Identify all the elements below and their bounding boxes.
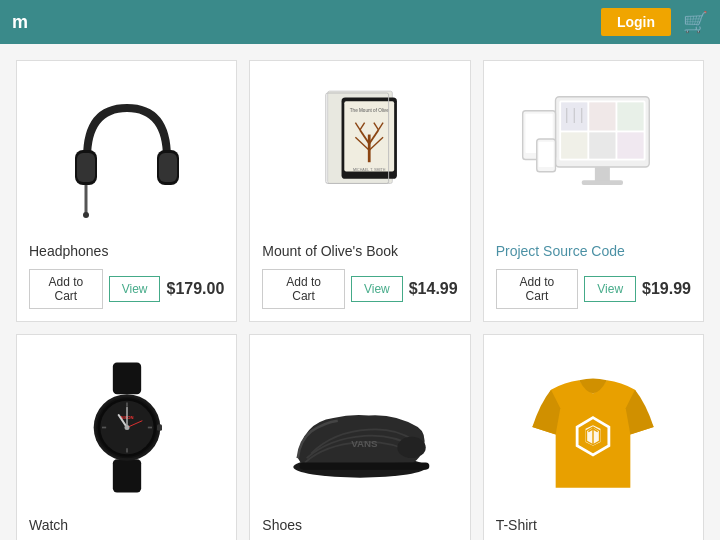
products-grid: Headphones Add to Cart View $179.00	[0, 44, 720, 540]
header-right: Login 🛒	[601, 8, 708, 36]
svg-rect-29	[590, 132, 616, 158]
svg-rect-24	[582, 180, 623, 185]
add-to-cart-button-book[interactable]: Add to Cart	[262, 269, 345, 309]
product-card-tshirt: T-Shirt Add to Cart View $25.99	[483, 334, 704, 540]
product-image-book: The Mount of Olive MICHAEL T. SMITH	[262, 73, 457, 233]
svg-rect-57	[300, 463, 430, 470]
product-name-watch: Watch	[29, 517, 68, 533]
svg-point-5	[83, 212, 89, 218]
svg-rect-2	[77, 153, 95, 182]
price-book: $14.99	[409, 280, 458, 298]
svg-text:VANS: VANS	[351, 438, 378, 449]
price-source-code: $19.99	[642, 280, 691, 298]
product-actions-headphones: Add to Cart View $179.00	[29, 269, 224, 309]
svg-text:MICHAEL T. SMITH: MICHAEL T. SMITH	[353, 168, 386, 172]
product-card-book: The Mount of Olive MICHAEL T. SMITH Moun…	[249, 60, 470, 322]
svg-rect-27	[618, 102, 644, 130]
header: m Login 🛒	[0, 0, 720, 44]
product-card-headphones: Headphones Add to Cart View $179.00	[16, 60, 237, 322]
svg-rect-30	[618, 132, 644, 158]
product-name-tshirt: T-Shirt	[496, 517, 537, 533]
svg-rect-28	[561, 132, 587, 158]
product-name-headphones: Headphones	[29, 243, 108, 259]
cart-icon[interactable]: 🛒	[683, 10, 708, 34]
view-button-source-code[interactable]: View	[584, 276, 636, 302]
product-card-source-code: Project Source Code Add to Cart View $19…	[483, 60, 704, 322]
svg-rect-39	[112, 459, 140, 492]
svg-rect-26	[590, 102, 616, 130]
svg-text:The Mount of Olive: The Mount of Olive	[350, 108, 389, 113]
login-button[interactable]: Login	[601, 8, 671, 36]
add-to-cart-button-source-code[interactable]: Add to Cart	[496, 269, 579, 309]
product-card-watch: NIXON Watch Add to Cart View $259.00	[16, 334, 237, 540]
product-image-headphones	[29, 73, 224, 233]
view-button-headphones[interactable]: View	[109, 276, 161, 302]
product-name-book: Mount of Olive's Book	[262, 243, 398, 259]
view-button-book[interactable]: View	[351, 276, 403, 302]
svg-rect-3	[159, 153, 177, 182]
add-to-cart-button-headphones[interactable]: Add to Cart	[29, 269, 103, 309]
product-image-shoes: VANS	[262, 347, 457, 507]
product-actions-source-code: Add to Cart View $19.99	[496, 269, 691, 309]
svg-rect-37	[539, 142, 554, 167]
product-name-source-code: Project Source Code	[496, 243, 625, 259]
svg-rect-38	[112, 362, 140, 394]
svg-point-52	[124, 425, 129, 430]
product-image-tshirt	[496, 347, 691, 507]
product-name-shoes: Shoes	[262, 517, 302, 533]
product-image-watch: NIXON	[29, 347, 224, 507]
product-image-source-code	[496, 73, 691, 233]
product-actions-book: Add to Cart View $14.99	[262, 269, 457, 309]
svg-rect-23	[595, 167, 610, 181]
price-headphones: $179.00	[166, 280, 224, 298]
product-card-shoes: VANS Shoes Add to Cart View $89.99	[249, 334, 470, 540]
svg-rect-53	[157, 424, 162, 431]
header-logo: m	[12, 12, 28, 33]
svg-point-55	[397, 437, 425, 458]
